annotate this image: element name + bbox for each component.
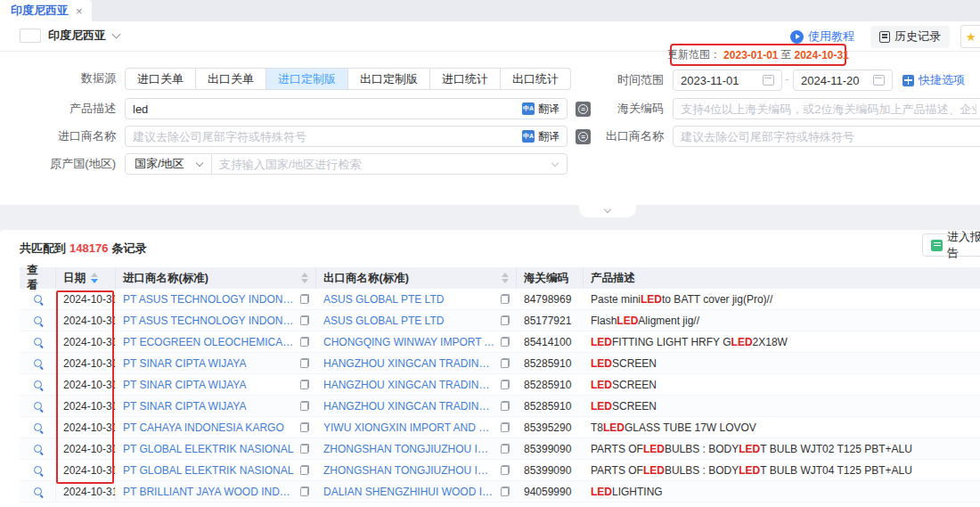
- importer-link[interactable]: PT CAHAYA INDONESIA KARGO: [123, 421, 295, 434]
- search-icon[interactable]: [34, 423, 42, 431]
- sort-icon-importer[interactable]: [301, 273, 308, 283]
- country-selector[interactable]: 印度尼西亚: [20, 28, 119, 44]
- product-cell: Paste miniLED to BATT cover jig(Pro)//: [584, 289, 980, 309]
- search-icon[interactable]: [34, 380, 42, 388]
- exporter-link[interactable]: CHONGQING WINWAY IMPORT AND E...: [323, 336, 495, 348]
- importer-link[interactable]: PT SINAR CIPTA WIJAYA: [123, 379, 295, 391]
- tab-strip: 印度尼西亚 ×: [0, 0, 980, 21]
- translate-label: 翻译: [538, 129, 559, 144]
- importer-link[interactable]: PT SINAR CIPTA WIJAYA: [123, 400, 295, 413]
- exporter-link[interactable]: HANGZHOU XINGCAN TRADING CO LTD: [323, 357, 495, 370]
- favorite-button[interactable]: ★: [960, 25, 980, 48]
- collapse-panel-button[interactable]: [579, 205, 636, 217]
- copy-icon[interactable]: [501, 422, 510, 432]
- copy-icon[interactable]: [501, 380, 510, 389]
- copy-icon[interactable]: [300, 380, 309, 389]
- copy-icon[interactable]: [300, 422, 309, 432]
- tutorial-link[interactable]: 使用教程: [790, 29, 854, 45]
- hs-code-field[interactable]: [674, 99, 980, 119]
- copy-icon[interactable]: [501, 337, 510, 347]
- date-start-input[interactable]: [673, 70, 782, 91]
- importer-link[interactable]: PT ECOGREEN OLEOCHEMICALS: [123, 336, 295, 348]
- data-source-tab-出口统计[interactable]: 出口统计: [501, 68, 571, 90]
- sort-icon-date[interactable]: [91, 273, 98, 283]
- origin-country-select[interactable]: 国家/地区: [126, 154, 212, 174]
- importer-cell: PT SINAR CIPTA WIJAYA: [116, 396, 316, 416]
- data-source-tab-进口关单[interactable]: 进口关单: [125, 68, 196, 90]
- translate-button[interactable]: 中A 翻译: [522, 102, 559, 117]
- search-icon[interactable]: [34, 487, 42, 495]
- importer-link[interactable]: PT GLOBAL ELEKTRIK NASIONAL: [123, 464, 295, 477]
- search-icon[interactable]: [34, 338, 42, 346]
- exporter-cell: ASUS GLOBAL PTE LTD: [316, 289, 517, 309]
- search-icon[interactable]: [34, 316, 42, 324]
- close-tab-icon[interactable]: ×: [76, 4, 83, 18]
- origin-country-label: 原产国(地区): [0, 153, 116, 175]
- copy-icon[interactable]: [501, 401, 510, 411]
- exporter-link[interactable]: HANGZHOU XINGCAN TRADING CO LTD: [323, 379, 495, 391]
- importer-link[interactable]: PT SINAR CIPTA WIJAYA: [123, 357, 295, 370]
- search-icon[interactable]: [34, 402, 42, 410]
- copy-icon[interactable]: [300, 358, 309, 368]
- exporter-link[interactable]: ASUS GLOBAL PTE LTD: [323, 315, 495, 327]
- copy-icon[interactable]: [300, 487, 309, 496]
- copy-icon[interactable]: [501, 315, 510, 325]
- col-header-date[interactable]: 日期: [56, 267, 116, 289]
- copy-icon[interactable]: [501, 294, 510, 304]
- hs-code-input[interactable]: [673, 98, 980, 119]
- copy-icon[interactable]: [300, 315, 309, 325]
- copy-icon[interactable]: [501, 487, 510, 496]
- translate-button[interactable]: 中A 翻译: [522, 129, 559, 144]
- history-button[interactable]: 历史记录: [870, 26, 950, 48]
- importer-name-field[interactable]: [126, 127, 522, 146]
- data-source-tab-进口统计[interactable]: 进口统计: [430, 68, 501, 90]
- exporter-link[interactable]: ASUS GLOBAL PTE LTD: [323, 293, 495, 306]
- sort-icon-exporter[interactable]: [502, 273, 509, 283]
- search-icon[interactable]: [34, 295, 42, 303]
- country-tab[interactable]: 印度尼西亚 ×: [0, 0, 92, 21]
- exporter-name-input[interactable]: [673, 126, 980, 147]
- exporter-link[interactable]: ZHONGSHAN TONGJIUZHOU INTERNA...: [323, 464, 495, 477]
- date-end-input[interactable]: [793, 70, 893, 91]
- highlighted-term: LED: [603, 421, 625, 434]
- copy-icon[interactable]: [501, 444, 510, 454]
- copy-icon[interactable]: [300, 465, 309, 475]
- copy-icon[interactable]: [300, 401, 309, 411]
- exporter-link[interactable]: ZHONGSHAN TONGJIUZHOU INTERNA...: [323, 443, 495, 455]
- hscode-cell: 85285910: [517, 374, 584, 395]
- importer-name-input[interactable]: 中A 翻译: [125, 126, 568, 147]
- importer-link[interactable]: PT ASUS TECHNOLOGY INDONESIA BA...: [123, 293, 295, 306]
- copy-icon[interactable]: [501, 465, 510, 475]
- col-header-importer[interactable]: 进口商名称(标准): [116, 267, 316, 289]
- col-header-exporter[interactable]: 出口商名称(标准): [316, 267, 517, 289]
- enter-report-button[interactable]: 进入报告: [922, 233, 980, 257]
- quick-options-button[interactable]: 快捷选项: [902, 72, 965, 88]
- copy-icon[interactable]: [300, 337, 309, 347]
- data-source-tab-出口关单[interactable]: 出口关单: [196, 68, 266, 90]
- view-cell: [20, 438, 56, 459]
- data-source-tab-出口定制版[interactable]: 出口定制版: [348, 68, 430, 90]
- view-cell: [20, 374, 56, 395]
- exporter-name-field[interactable]: [674, 127, 980, 146]
- importer-link[interactable]: PT BRILLIANT JAYA WOOD INDUSTRY: [123, 486, 295, 498]
- date-start-field[interactable]: [674, 70, 763, 90]
- origin-country-group: 国家/地区: [125, 153, 568, 175]
- exporter-link[interactable]: DALIAN SHENGZHIHUI WOOD INDUST...: [323, 486, 495, 498]
- product-desc-input[interactable]: 中A 翻译: [125, 98, 568, 119]
- exporter-link[interactable]: YIWU XIONGXIN IMPORT AND EXPORT...: [323, 421, 495, 434]
- copy-icon[interactable]: [300, 444, 309, 454]
- origin-search-field[interactable]: [212, 154, 552, 174]
- product-desc-field[interactable]: [126, 99, 522, 119]
- date-end-field[interactable]: [794, 70, 873, 90]
- data-source-tab-进口定制版[interactable]: 进口定制版: [266, 68, 348, 90]
- search-icon[interactable]: [34, 466, 42, 474]
- copy-icon[interactable]: [300, 294, 309, 304]
- search-icon[interactable]: [34, 445, 42, 453]
- copy-icon[interactable]: [501, 358, 510, 368]
- search-icon[interactable]: [34, 359, 42, 367]
- date-separator: -: [785, 72, 788, 86]
- table-row: 2024-10-31PT CAHAYA INDONESIA KARGOYIWU …: [20, 417, 980, 438]
- importer-link[interactable]: PT GLOBAL ELEKTRIK NASIONAL: [123, 443, 295, 455]
- exporter-link[interactable]: HANGZHOU XINGCAN TRADING CO LTD: [323, 400, 495, 413]
- importer-link[interactable]: PT ASUS TECHNOLOGY INDONESIA BA...: [123, 315, 295, 327]
